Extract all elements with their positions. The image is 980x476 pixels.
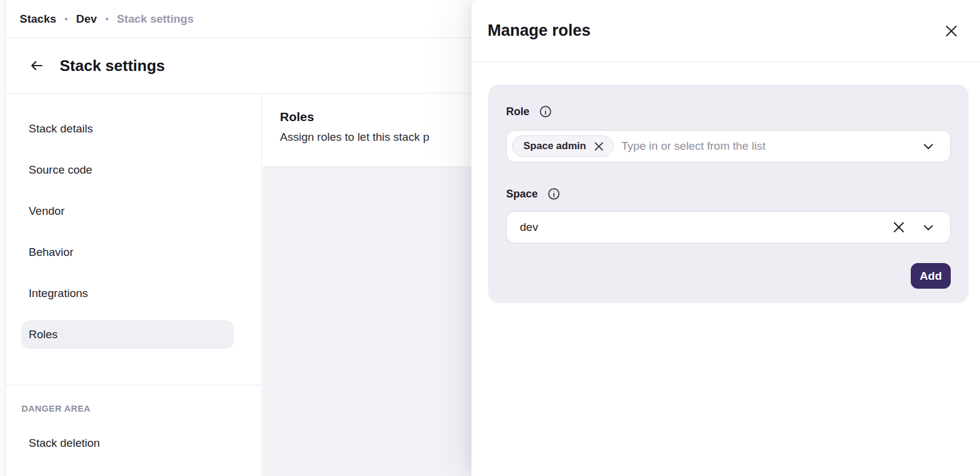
manage-roles-panel-title: Manage roles (488, 21, 591, 40)
role-info-button[interactable] (539, 105, 552, 118)
role-chip-label: Space admin (523, 140, 586, 152)
window-left-edge (0, 0, 5, 476)
clear-space-button[interactable] (892, 221, 905, 234)
role-dropdown-toggle[interactable] (922, 140, 935, 153)
remove-role-chip-button[interactable] (594, 141, 604, 152)
breadcrumb-link-stacks[interactable]: Stacks (20, 13, 56, 26)
sidebar-item-source-code[interactable]: Source code (21, 156, 234, 184)
role-field-label: Role (506, 106, 529, 118)
manage-roles-panel: Manage roles Role (471, 0, 980, 476)
breadcrumb-separator: • (105, 14, 108, 24)
sidebar-item-stack-details[interactable]: Stack details (21, 115, 234, 143)
clear-icon (892, 221, 905, 234)
role-chip-space-admin: Space admin (512, 135, 614, 157)
back-arrow-icon (29, 58, 45, 73)
info-icon (547, 187, 560, 200)
sidebar-item-vendor[interactable]: Vendor (21, 197, 234, 225)
add-role-button[interactable]: Add (911, 263, 951, 289)
breadcrumb-separator: • (64, 14, 67, 24)
sidebar-item-behavior[interactable]: Behavior (21, 238, 234, 267)
settings-sidebar: Stack details Source code Vendor Behavio… (5, 94, 262, 476)
sidebar-item-stack-deletion[interactable]: Stack deletion (21, 429, 234, 458)
space-info-button[interactable] (547, 187, 560, 200)
space-field-label: Space (506, 188, 538, 200)
remove-icon (594, 141, 604, 152)
sidebar-item-integrations[interactable]: Integrations (21, 279, 234, 308)
space-dropdown-toggle[interactable] (922, 221, 935, 234)
sidebar-section-divider (5, 385, 261, 385)
danger-area-heading: DANGER AREA (21, 403, 91, 413)
app-root: Stacks • Dev • Stack settings Stack sett… (0, 0, 980, 476)
role-field-label-row: Role (506, 105, 951, 118)
breadcrumb-link-dev[interactable]: Dev (76, 13, 97, 26)
manage-roles-panel-header: Manage roles (471, 0, 980, 62)
chevron-down-icon (922, 140, 935, 153)
sidebar-nav-list: Stack details Source code Vendor Behavio… (5, 94, 261, 349)
role-assignment-card: Role Space admin (488, 85, 969, 303)
role-combobox-placeholder: Type in or select from the list (621, 140, 766, 153)
close-panel-button[interactable] (941, 20, 962, 42)
info-icon (539, 105, 552, 118)
space-field-label-row: Space (506, 187, 951, 200)
sidebar-item-roles[interactable]: Roles (21, 320, 234, 349)
space-selected-value: dev (520, 221, 538, 234)
chevron-down-icon (922, 221, 935, 234)
role-multiselect-combobox[interactable]: Space admin Type in or select from the l… (506, 130, 951, 162)
space-select-combobox[interactable]: dev (506, 211, 951, 243)
breadcrumb-current-page: Stack settings (117, 13, 194, 26)
page-title: Stack settings (60, 57, 165, 75)
back-button[interactable] (27, 55, 47, 76)
close-icon (944, 24, 959, 38)
card-actions-row: Add (506, 263, 951, 289)
